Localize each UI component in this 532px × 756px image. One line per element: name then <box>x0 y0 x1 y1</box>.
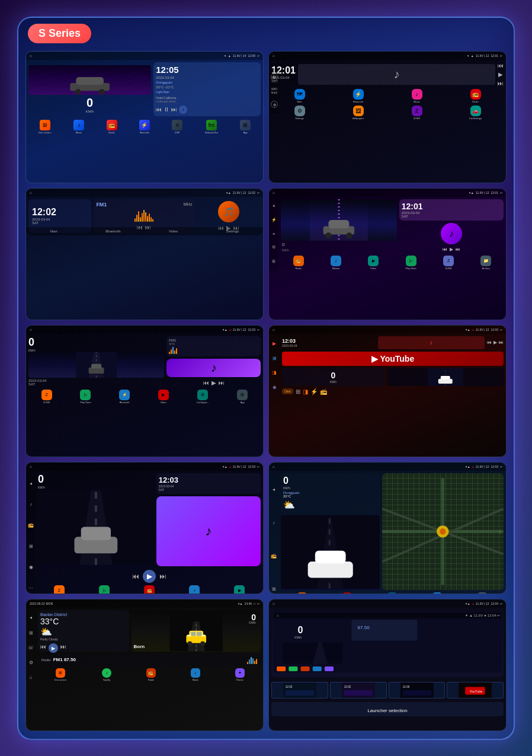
app-bluetooth-2[interactable]: ⚡ Bluetooth <box>330 89 386 103</box>
eq-icon-4[interactable]: ≡ <box>273 232 275 236</box>
nav-8[interactable]: ◂ <box>273 487 275 492</box>
power-icon[interactable]: ⏻ <box>271 74 278 81</box>
play-2[interactable]: ▶ <box>498 71 503 78</box>
app-config-5[interactable]: ⚙ Configura... <box>197 390 209 404</box>
app-zlink-5[interactable]: Z ZLINK <box>41 390 52 404</box>
app-play-5[interactable]: ▷ Play Store <box>80 390 91 404</box>
settings-side-icon[interactable]: ⚙ <box>271 101 278 108</box>
app-spotify[interactable]: ♪ Spotify <box>102 668 111 681</box>
play-5[interactable]: ▶ <box>211 379 216 386</box>
oled-label[interactable]: Oled <box>282 388 293 394</box>
note-8[interactable]: ♪ <box>273 520 275 525</box>
app-video-8[interactable]: ▶ Video <box>342 592 352 594</box>
app-video-5[interactable]: ▶ Video <box>158 390 169 404</box>
app-dsp[interactable]: ≡ DSP <box>172 120 182 134</box>
prev-2[interactable]: ⏮ <box>498 62 504 69</box>
more-7[interactable]: ⋯ <box>28 585 33 591</box>
app-radio-4[interactable]: 📻 Radio <box>293 256 304 270</box>
radio-8[interactable]: 📻 <box>271 553 277 559</box>
app-playstore-4[interactable]: ▷ Play Store <box>405 256 416 270</box>
next-2[interactable]: ⏭ <box>498 80 504 87</box>
play-4[interactable]: ▶ <box>450 247 453 252</box>
next-btn-1[interactable]: ⏭ <box>171 106 177 113</box>
app-navi-2[interactable]: 🗺 Navi <box>271 89 328 103</box>
prev-btn-1[interactable]: ⏮ <box>156 106 162 113</box>
music-circle-4[interactable]: ♪ <box>441 223 462 244</box>
prev-9[interactable]: ⏮ <box>40 643 46 653</box>
app-music-9[interactable]: ♪ Music <box>191 668 200 681</box>
app-radio-2[interactable]: 📻 Radio <box>447 89 504 103</box>
people-7[interactable]: ⊞ <box>29 544 33 549</box>
app-radio-9[interactable]: 📻 Radio <box>146 668 156 681</box>
share-icon-6[interactable]: ◨ <box>303 388 308 395</box>
youtube-player[interactable]: ▶ YouTube <box>282 352 504 366</box>
next-6[interactable]: ⏭ <box>499 340 504 345</box>
app-netradio[interactable]: fm Network Radio <box>205 120 218 134</box>
screen-card-7[interactable]: ⌂ ✦▲ ● 11.6V | 12 12:03 ↩ ◂ ♪ 📻 ⊞ ◉ ⋯ <box>25 462 264 594</box>
music-widget-7[interactable]: ♪ <box>156 496 261 566</box>
grid-icon-6[interactable]: ⊞ <box>296 388 300 395</box>
music-icon-1[interactable]: ♪ <box>179 106 187 114</box>
screen-card-5[interactable]: ⌂ ✦▲ ● 11.6V | 12 12:03 ↩ 0 KM/h <box>25 325 264 457</box>
prev-7[interactable]: ⏮ <box>132 572 139 580</box>
screen-card-1[interactable]: ⌂ ✦ ▲ 11.6V | 14 12:05 ↩ <box>25 51 264 183</box>
app-theme[interactable]: ✦ Theme <box>235 668 245 681</box>
app-music-2[interactable]: ♪ Music <box>389 89 445 103</box>
nav-icon-4[interactable]: ◂ <box>273 203 275 208</box>
app-zlink-2[interactable]: Z ZLINK <box>389 106 445 120</box>
app-bluetooth-1[interactable]: ⚡ Bluetooth <box>139 120 150 134</box>
radio-7[interactable]: 📻 <box>28 522 34 528</box>
screen-card-10[interactable]: ⌂ ✦▲ ● 11.6V | 12 12:04 ↩ ⌂ <box>268 599 507 731</box>
screen-card-2[interactable]: ⌂ ✦ ▲ 11.6V | 12 12:01 ↩ ⏻ WiFiline2 ⚙ <box>268 51 507 183</box>
next-7[interactable]: ⏭ <box>159 572 166 580</box>
app-video-4[interactable]: ▶ Video <box>368 256 379 270</box>
screen-card-9[interactable]: 2022-08-22 MON ✦▲ 14:46 □ ↩ ◂ ⊞ ☏ ⚙ ⌂ <box>25 599 264 731</box>
play-7[interactable]: ▶ <box>143 570 156 583</box>
next-4[interactable]: ⏭ <box>456 247 460 252</box>
prev-4[interactable]: ⏮ <box>443 247 447 252</box>
prev-6[interactable]: ⏮ <box>487 340 492 345</box>
screen-card-6[interactable]: ⌂ ✦▲ ● 11.6V | 12 12:03 ↩ ▶ ⊞ ◨ ⊕ <box>268 325 507 457</box>
app-musica-8[interactable]: ♪ Música <box>387 592 397 594</box>
next-5[interactable]: ⏭ <box>219 379 225 386</box>
launcher-thumb-1[interactable]: 12:02 <box>271 682 328 698</box>
launcher-label[interactable]: Launcher selection <box>271 702 504 716</box>
app-onescreen[interactable]: ⊞ One screen int... <box>39 120 52 134</box>
app-settings-2[interactable]: ⚙ Settings <box>271 106 328 120</box>
map-scroll[interactable]: ⋮ <box>498 529 502 534</box>
nav-settings-3[interactable]: Settings <box>226 229 239 233</box>
yt-side-icon[interactable]: ▶ <box>273 341 276 346</box>
settings-icon-4[interactable]: ⚙ <box>272 245 275 250</box>
bt-icon-4[interactable]: ⚡ <box>271 218 277 222</box>
app-app[interactable]: ⊞ App <box>240 120 251 134</box>
phone-9[interactable]: ☏ <box>28 645 34 650</box>
pause-btn-1[interactable]: ⏸ <box>164 106 169 113</box>
screen-card-8[interactable]: ⌂ ✦▲ ● 11.6V | 12 12:03 ↩ ◂ ♪ 📻 ⊞ <box>268 462 507 594</box>
app-musica-7[interactable]: ♪ Música <box>189 585 200 594</box>
app-zlink-8[interactable]: Z ZLINK <box>477 592 487 594</box>
grid-icon-4[interactable]: ⊞ <box>272 259 275 264</box>
nav-navi-3[interactable]: Navi <box>50 229 57 233</box>
settings-9[interactable]: ⚙ <box>29 660 33 665</box>
launcher-thumb-2[interactable]: 12:02 <box>330 682 387 698</box>
app-carsettings[interactable]: 🚗 CarSettings <box>447 106 504 120</box>
note-7[interactable]: ♪ <box>30 502 32 507</box>
people-8[interactable]: ⊞ <box>272 586 276 592</box>
app-bt-5[interactable]: ⚡ Bluetooth <box>119 390 130 404</box>
grid-9[interactable]: ⊞ <box>29 630 33 636</box>
radio-icon-6[interactable]: 📻 <box>320 388 327 395</box>
app-app-5[interactable]: ⊞ App <box>237 390 248 404</box>
app-video-7[interactable]: ▶ Video <box>234 585 245 594</box>
app-archivo[interactable]: 📁 Archivo <box>480 256 491 270</box>
play-6[interactable]: ▶ <box>493 340 497 345</box>
music-widget-5[interactable]: ♪ <box>166 359 261 377</box>
app-radio-1[interactable]: 📻 Radio <box>107 120 117 134</box>
app-radio-7[interactable]: 📻 Radio <box>144 585 155 594</box>
nav-bluetooth-3[interactable]: Bluetooth <box>105 229 120 233</box>
app-musica-4[interactable]: ♪ Música <box>331 256 341 270</box>
app-zlink-7[interactable]: Z ZLINK <box>54 585 65 594</box>
play-9[interactable]: ▶ <box>49 643 58 653</box>
app-zlink-4[interactable]: Z ZLINK <box>443 256 454 270</box>
app-music-1[interactable]: ♪ Music <box>73 120 84 134</box>
app-onescreen-9[interactable]: ⊞ One screen in... <box>54 668 67 681</box>
